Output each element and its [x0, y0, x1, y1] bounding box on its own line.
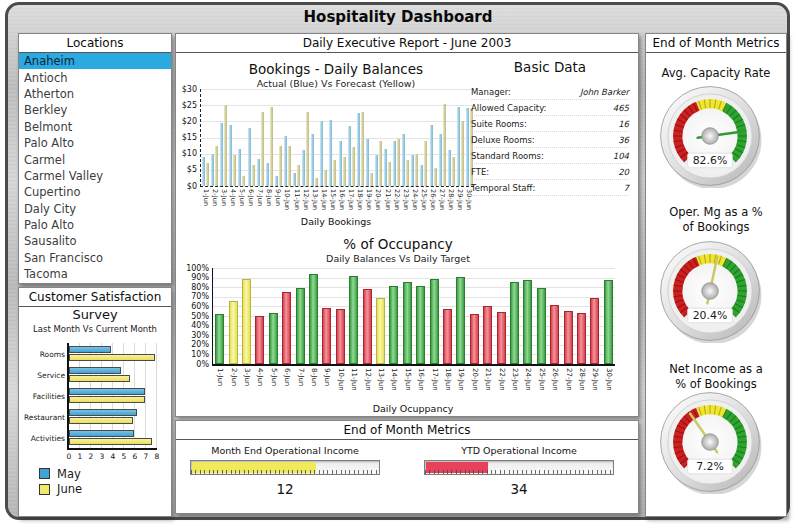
oper-margin-gauge-label: Oper. Mg as a % of Bookings — [646, 205, 786, 235]
x-tick-label: 16-Jun — [338, 189, 346, 210]
bar-group — [283, 89, 292, 186]
actual-bar — [448, 150, 451, 186]
actual-bar — [357, 113, 360, 186]
occupancy-bar — [376, 298, 385, 364]
x-tick-label: 22-Jun — [498, 368, 506, 391]
x-tick-label: 19-Jun — [457, 368, 465, 391]
basic-data-title: Basic Data — [471, 59, 629, 75]
bar-group — [274, 89, 283, 186]
location-item[interactable]: Sausalito — [19, 233, 171, 249]
x-tick-label: 1-Jun — [202, 189, 210, 206]
actual-bar — [320, 121, 323, 186]
x-tick-label: 10-Jun — [337, 368, 345, 391]
x-tick-label: 24-Jun — [411, 189, 419, 210]
y-tick-label: 20% — [179, 340, 209, 349]
y-tick-label: 10% — [179, 350, 209, 359]
oper-margin-gauge: 20.4% — [658, 239, 762, 343]
row-label: Deluxe Rooms: — [471, 135, 535, 145]
x-tick-label: 1-Jun — [216, 368, 224, 386]
month-end-income-meter: Month End Operational Income 12 — [190, 445, 380, 497]
x-tick-label: 23-Jun — [511, 368, 519, 391]
category-label: Restaurant — [22, 413, 65, 422]
meter-tick-ruler — [425, 470, 613, 474]
location-item[interactable]: Carmel Valley — [19, 168, 171, 184]
may-bar — [69, 388, 145, 395]
occupancy-bar — [523, 280, 532, 364]
location-item[interactable]: Palo Alto — [19, 135, 171, 151]
occupancy-bar — [269, 313, 278, 364]
forecast-bar — [215, 146, 218, 186]
category-label: Service — [22, 371, 65, 380]
location-item[interactable]: Cupertino — [19, 184, 171, 200]
row-label: Temporal Staff: — [471, 183, 535, 193]
y-tick-label: 80% — [179, 283, 209, 292]
x-tick-label: 30-Jun — [605, 368, 613, 391]
bar-group — [201, 89, 210, 186]
bar-group — [338, 89, 347, 186]
y-tick-label: $15 — [167, 133, 197, 142]
location-item[interactable]: Anaheim — [19, 53, 171, 69]
occupancy-bar — [363, 289, 372, 364]
x-tick-label: 17-Jun — [347, 189, 355, 210]
occupancy-x-axis-label: Daily Ocuppancy — [212, 403, 614, 414]
actual-bar — [329, 120, 332, 186]
actual-bar — [420, 165, 423, 186]
row-value: 16 — [618, 119, 629, 129]
x-tick-label: 26-Jun — [551, 368, 559, 391]
occupancy-bar — [255, 316, 264, 364]
actual-bar — [402, 134, 405, 186]
daily-report-header: Daily Executive Report - June 2003 — [176, 34, 638, 53]
location-item[interactable]: Berkley — [19, 102, 171, 118]
occupancy-bar — [430, 279, 439, 364]
x-tick-label: 18-Jun — [444, 368, 452, 391]
actual-bar — [220, 123, 223, 186]
month-metrics-panel: End of Month Metrics Month End Operation… — [175, 420, 639, 514]
actual-bar — [384, 149, 387, 186]
dashboard-title: Hospitality Dashboard — [0, 8, 796, 26]
occupancy-bar — [416, 286, 425, 364]
legend-item-june: June — [39, 482, 82, 498]
bar-group — [247, 89, 256, 186]
x-tick-label: 12-Jun — [364, 368, 372, 391]
location-item[interactable]: Tacoma — [19, 266, 171, 282]
actual-bar — [393, 141, 396, 186]
occupancy-bar — [483, 306, 492, 364]
location-item[interactable]: Antioch — [19, 69, 171, 85]
occupancy-bar — [296, 288, 305, 364]
occupancy-bar — [590, 298, 599, 364]
row-value: 465 — [613, 103, 629, 113]
legend-item-may: May — [39, 466, 82, 482]
x-tick-label: 3-Jun — [243, 368, 251, 386]
gauge-value: 20.4% — [693, 309, 728, 322]
forecast-bar — [315, 178, 318, 186]
location-item[interactable]: Belmont — [19, 119, 171, 135]
row-value: John Barker — [580, 87, 629, 97]
bar-group — [365, 89, 374, 186]
y-tick-label: 100% — [179, 264, 209, 273]
june-legend-label: June — [57, 482, 82, 496]
gridline — [213, 297, 615, 298]
y-tick-label: 50% — [179, 312, 209, 321]
occupancy-bar — [470, 314, 479, 364]
location-item[interactable]: Carmel — [19, 151, 171, 167]
basic-data-row: Suite Rooms:16 — [471, 116, 629, 132]
net-income-gauge-label: Net Income as a % of Bookings — [646, 362, 786, 392]
x-tick-label: 7-Jun — [256, 189, 264, 206]
actual-bar — [311, 134, 314, 186]
y-tick-label: 0% — [179, 360, 209, 369]
customer-satisfaction-header: Customer Satisfaction — [19, 288, 171, 307]
gauge-value: 82.6% — [693, 154, 728, 167]
location-item[interactable]: Atherton — [19, 86, 171, 102]
y-tick-label: $30 — [167, 85, 197, 94]
x-tick-label: 24-Jun — [524, 368, 532, 391]
june-bar — [69, 375, 130, 382]
location-item[interactable]: Daly City — [19, 201, 171, 217]
location-item[interactable]: Palo Alto — [19, 217, 171, 233]
occupancy-bar — [309, 274, 318, 364]
actual-bar — [439, 134, 442, 186]
bar-group — [456, 89, 465, 186]
eom-metrics-header: End of Month Metrics — [646, 34, 786, 53]
bar-group — [301, 89, 310, 186]
bar-group — [319, 89, 328, 186]
location-item[interactable]: San Francisco — [19, 250, 171, 266]
